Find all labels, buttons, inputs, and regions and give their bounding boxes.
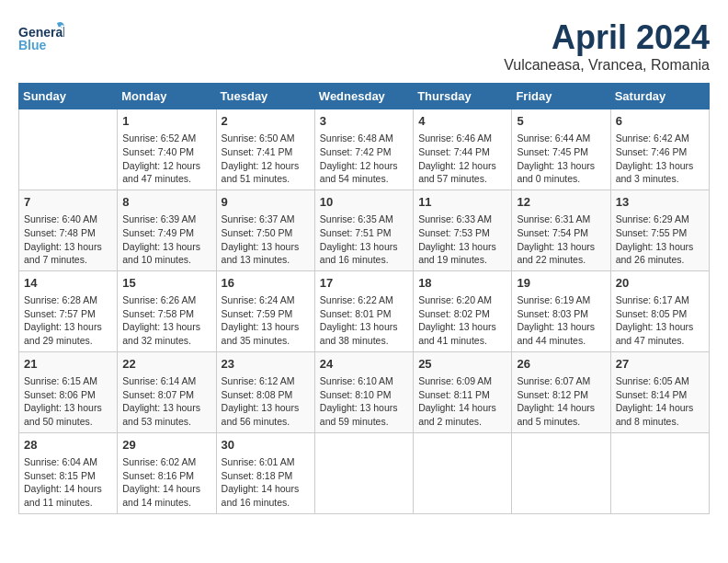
day-info: Sunrise: 6:40 AM Sunset: 7:48 PM Dayligh…: [24, 213, 112, 267]
day-number: 20: [616, 275, 704, 292]
day-number: 23: [222, 356, 310, 373]
day-info: Sunrise: 6:29 AM Sunset: 7:55 PM Dayligh…: [616, 213, 704, 267]
calendar-cell: 19Sunrise: 6:19 AM Sunset: 8:03 PM Dayli…: [512, 270, 610, 351]
day-info: Sunrise: 6:12 AM Sunset: 8:08 PM Dayligh…: [222, 374, 310, 429]
day-info: Sunrise: 6:15 AM Sunset: 8:06 PM Dayligh…: [24, 374, 112, 429]
day-number: 24: [320, 356, 408, 373]
day-number: 12: [517, 194, 605, 211]
calendar-week-row: 21Sunrise: 6:15 AM Sunset: 8:06 PM Dayli…: [19, 351, 710, 432]
calendar-week-row: 1Sunrise: 6:52 AM Sunset: 7:40 PM Daylig…: [19, 109, 710, 190]
day-info: Sunrise: 6:07 AM Sunset: 8:12 PM Dayligh…: [517, 374, 605, 429]
calendar-cell: 10Sunrise: 6:35 AM Sunset: 7:51 PM Dayli…: [314, 190, 413, 270]
calendar-cell: 30Sunrise: 6:01 AM Sunset: 8:18 PM Dayli…: [216, 432, 314, 513]
day-number: 29: [122, 437, 210, 454]
day-number: 15: [122, 275, 210, 292]
day-of-week-header: Tuesday: [216, 84, 314, 109]
calendar-cell: 13Sunrise: 6:29 AM Sunset: 7:55 PM Dayli…: [610, 190, 709, 270]
calendar-cell: [512, 432, 610, 513]
day-number: 13: [616, 194, 704, 211]
day-info: Sunrise: 6:20 AM Sunset: 8:02 PM Dayligh…: [418, 293, 506, 348]
location: Vulcaneasa, Vrancea, Romania: [504, 57, 710, 74]
calendar-cell: 28Sunrise: 6:04 AM Sunset: 8:15 PM Dayli…: [19, 432, 118, 513]
day-of-week-header: Saturday: [610, 84, 709, 109]
logo: General Blue: [18, 18, 64, 55]
day-info: Sunrise: 6:22 AM Sunset: 8:01 PM Dayligh…: [320, 293, 408, 348]
day-number: 16: [222, 275, 310, 292]
calendar-cell: 25Sunrise: 6:09 AM Sunset: 8:11 PM Dayli…: [414, 351, 512, 432]
day-number: 6: [616, 113, 704, 130]
calendar-cell: 2Sunrise: 6:50 AM Sunset: 7:41 PM Daylig…: [216, 109, 314, 190]
day-number: 27: [616, 356, 704, 373]
day-info: Sunrise: 6:31 AM Sunset: 7:54 PM Dayligh…: [517, 213, 605, 267]
calendar-cell: 24Sunrise: 6:10 AM Sunset: 8:10 PM Dayli…: [314, 351, 413, 432]
day-number: 19: [517, 275, 605, 292]
calendar-cell: 16Sunrise: 6:24 AM Sunset: 7:59 PM Dayli…: [216, 270, 314, 351]
calendar-cell: 18Sunrise: 6:20 AM Sunset: 8:02 PM Dayli…: [414, 270, 512, 351]
calendar-table: SundayMondayTuesdayWednesdayThursdayFrid…: [18, 83, 710, 514]
calendar-cell: [19, 109, 118, 190]
day-info: Sunrise: 6:42 AM Sunset: 7:46 PM Dayligh…: [616, 132, 704, 186]
day-of-week-header: Wednesday: [314, 84, 413, 109]
calendar-cell: 5Sunrise: 6:44 AM Sunset: 7:45 PM Daylig…: [512, 109, 610, 190]
calendar-cell: [610, 432, 709, 513]
page-header: General Blue April 2024 Vulcaneasa, Vran…: [18, 18, 710, 74]
title-area: April 2024 Vulcaneasa, Vrancea, Romania: [504, 18, 710, 74]
day-info: Sunrise: 6:48 AM Sunset: 7:42 PM Dayligh…: [320, 132, 408, 186]
day-info: Sunrise: 6:01 AM Sunset: 8:18 PM Dayligh…: [222, 455, 310, 510]
day-number: 10: [320, 194, 408, 211]
day-info: Sunrise: 6:50 AM Sunset: 7:41 PM Dayligh…: [222, 132, 310, 186]
calendar-week-row: 28Sunrise: 6:04 AM Sunset: 8:15 PM Dayli…: [19, 432, 710, 513]
calendar-cell: 27Sunrise: 6:05 AM Sunset: 8:14 PM Dayli…: [610, 351, 709, 432]
calendar-week-row: 14Sunrise: 6:28 AM Sunset: 7:57 PM Dayli…: [19, 270, 710, 351]
calendar-cell: 9Sunrise: 6:37 AM Sunset: 7:50 PM Daylig…: [216, 190, 314, 270]
day-number: 11: [418, 194, 506, 211]
calendar-cell: 14Sunrise: 6:28 AM Sunset: 7:57 PM Dayli…: [19, 270, 118, 351]
day-number: 1: [122, 113, 210, 130]
calendar-cell: 1Sunrise: 6:52 AM Sunset: 7:40 PM Daylig…: [118, 109, 216, 190]
day-info: Sunrise: 6:33 AM Sunset: 7:53 PM Dayligh…: [418, 213, 506, 267]
day-number: 2: [222, 113, 310, 130]
day-number: 7: [24, 194, 112, 211]
calendar-cell: [314, 432, 413, 513]
day-info: Sunrise: 6:37 AM Sunset: 7:50 PM Dayligh…: [222, 213, 310, 267]
calendar-cell: 17Sunrise: 6:22 AM Sunset: 8:01 PM Dayli…: [314, 270, 413, 351]
calendar-cell: 21Sunrise: 6:15 AM Sunset: 8:06 PM Dayli…: [19, 351, 118, 432]
day-number: 5: [517, 113, 605, 130]
calendar-cell: 11Sunrise: 6:33 AM Sunset: 7:53 PM Dayli…: [414, 190, 512, 270]
calendar-cell: 4Sunrise: 6:46 AM Sunset: 7:44 PM Daylig…: [414, 109, 512, 190]
day-info: Sunrise: 6:02 AM Sunset: 8:16 PM Dayligh…: [122, 455, 210, 510]
day-info: Sunrise: 6:19 AM Sunset: 8:03 PM Dayligh…: [517, 293, 605, 348]
calendar-cell: 26Sunrise: 6:07 AM Sunset: 8:12 PM Dayli…: [512, 351, 610, 432]
day-of-week-header: Sunday: [19, 84, 118, 109]
day-info: Sunrise: 6:39 AM Sunset: 7:49 PM Dayligh…: [122, 213, 210, 267]
calendar-cell: 22Sunrise: 6:14 AM Sunset: 8:07 PM Dayli…: [118, 351, 216, 432]
calendar-cell: 23Sunrise: 6:12 AM Sunset: 8:08 PM Dayli…: [216, 351, 314, 432]
day-number: 8: [122, 194, 210, 211]
calendar-cell: 6Sunrise: 6:42 AM Sunset: 7:46 PM Daylig…: [610, 109, 709, 190]
svg-text:Blue: Blue: [18, 38, 47, 52]
day-info: Sunrise: 6:04 AM Sunset: 8:15 PM Dayligh…: [24, 455, 112, 510]
day-info: Sunrise: 6:24 AM Sunset: 7:59 PM Dayligh…: [222, 293, 310, 348]
calendar-cell: 7Sunrise: 6:40 AM Sunset: 7:48 PM Daylig…: [19, 190, 118, 270]
calendar-cell: 15Sunrise: 6:26 AM Sunset: 7:58 PM Dayli…: [118, 270, 216, 351]
day-number: 28: [24, 437, 112, 454]
day-number: 21: [24, 356, 112, 373]
day-number: 3: [320, 113, 408, 130]
calendar-header-row: SundayMondayTuesdayWednesdayThursdayFrid…: [19, 84, 710, 109]
day-info: Sunrise: 6:05 AM Sunset: 8:14 PM Dayligh…: [616, 374, 704, 429]
day-number: 14: [24, 275, 112, 292]
day-info: Sunrise: 6:46 AM Sunset: 7:44 PM Dayligh…: [418, 132, 506, 186]
day-info: Sunrise: 6:35 AM Sunset: 7:51 PM Dayligh…: [320, 213, 408, 267]
calendar-cell: [414, 432, 512, 513]
day-info: Sunrise: 6:10 AM Sunset: 8:10 PM Dayligh…: [320, 374, 408, 429]
day-number: 4: [418, 113, 506, 130]
calendar-week-row: 7Sunrise: 6:40 AM Sunset: 7:48 PM Daylig…: [19, 190, 710, 270]
day-number: 22: [122, 356, 210, 373]
day-number: 9: [222, 194, 310, 211]
day-number: 30: [222, 437, 310, 454]
day-number: 17: [320, 275, 408, 292]
calendar-cell: 29Sunrise: 6:02 AM Sunset: 8:16 PM Dayli…: [118, 432, 216, 513]
day-info: Sunrise: 6:09 AM Sunset: 8:11 PM Dayligh…: [418, 374, 506, 429]
day-number: 25: [418, 356, 506, 373]
day-info: Sunrise: 6:17 AM Sunset: 8:05 PM Dayligh…: [616, 293, 704, 348]
